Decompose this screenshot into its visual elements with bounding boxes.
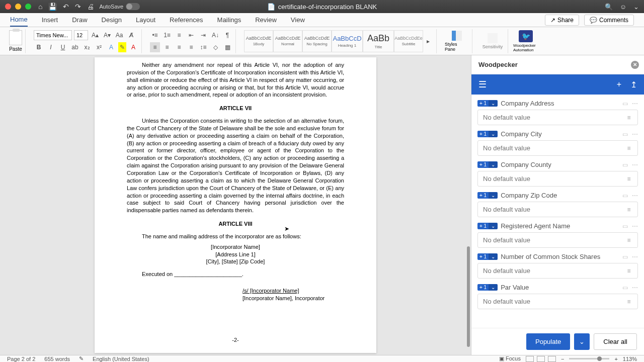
sensitivity-button[interactable]: Sensitivity bbox=[480, 33, 505, 49]
print-icon[interactable]: 🖨 bbox=[87, 3, 94, 11]
word-count[interactable]: 655 words bbox=[44, 356, 70, 362]
share-button[interactable]: ↗ Share bbox=[545, 15, 579, 26]
superscript-button[interactable]: x² bbox=[94, 42, 104, 52]
bold-button[interactable]: B bbox=[34, 42, 44, 52]
field-link-icon[interactable]: ▭ bbox=[622, 131, 628, 138]
align-center-icon[interactable]: ≡ bbox=[162, 42, 172, 52]
view-print-icon[interactable] bbox=[526, 356, 534, 362]
subscript-button[interactable]: x₂ bbox=[82, 42, 92, 52]
field-input[interactable] bbox=[477, 263, 638, 279]
increase-font-icon[interactable]: A▴ bbox=[90, 30, 100, 40]
field-list-icon[interactable]: ≡ bbox=[624, 144, 634, 152]
chevron-down-icon[interactable]: ⌄ bbox=[633, 3, 639, 11]
tab-draw[interactable]: Draw bbox=[72, 14, 87, 26]
justify-icon[interactable]: ≡ bbox=[186, 42, 196, 52]
numbering-icon[interactable]: 1≡ bbox=[162, 30, 172, 40]
highlight-icon[interactable]: ✎ bbox=[118, 42, 126, 52]
multilevel-icon[interactable]: ≡ bbox=[174, 30, 184, 40]
line-spacing-icon[interactable]: ↕≡ bbox=[198, 42, 208, 52]
field-list-icon[interactable]: ≡ bbox=[624, 298, 634, 306]
close-sidebar-button[interactable]: ✕ bbox=[631, 61, 639, 69]
field-more-icon[interactable]: ⋯ bbox=[632, 223, 638, 230]
autosave-toggle[interactable] bbox=[126, 3, 140, 10]
styles-pane-button[interactable]: Styles Pane bbox=[445, 31, 469, 52]
populate-button[interactable]: Populate bbox=[526, 333, 570, 350]
add-field-icon[interactable]: + bbox=[617, 80, 621, 89]
field-link-icon[interactable]: ▭ bbox=[622, 100, 628, 107]
field-link-icon[interactable]: ▭ bbox=[622, 223, 628, 230]
field-more-icon[interactable]: ⋯ bbox=[632, 253, 638, 260]
zoom-level[interactable]: 113% bbox=[623, 356, 637, 362]
style-title[interactable]: AaBbTitle bbox=[363, 30, 394, 52]
field-input[interactable] bbox=[477, 232, 638, 248]
field-input[interactable] bbox=[477, 171, 638, 187]
save-icon[interactable]: 💾 bbox=[48, 3, 57, 11]
zoom-out-icon[interactable]: − bbox=[561, 356, 564, 362]
field-list-icon[interactable]: ≡ bbox=[624, 236, 634, 244]
maximize-window[interactable] bbox=[25, 4, 31, 10]
align-right-icon[interactable]: ≡ bbox=[174, 42, 184, 52]
style-subtitle[interactable]: AaBbCcDdEeSubtitle bbox=[394, 30, 423, 52]
zoom-slider[interactable] bbox=[569, 358, 609, 359]
tab-insert[interactable]: Insert bbox=[42, 14, 58, 26]
view-outline-icon[interactable] bbox=[548, 356, 556, 362]
view-web-icon[interactable] bbox=[537, 356, 545, 362]
align-left-icon[interactable]: ≡ bbox=[150, 42, 160, 52]
field-badge[interactable]: + 1⌄ bbox=[477, 161, 498, 168]
field-more-icon[interactable]: ⋯ bbox=[632, 131, 638, 138]
focus-mode[interactable]: ▣ Focus bbox=[499, 355, 521, 362]
field-list-icon[interactable]: ≡ bbox=[624, 206, 634, 214]
field-more-icon[interactable]: ⋯ bbox=[632, 192, 638, 199]
tab-review[interactable]: Review bbox=[255, 14, 277, 26]
undo-icon[interactable]: ↶ bbox=[63, 3, 69, 11]
field-badge[interactable]: + 1⌄ bbox=[477, 223, 498, 229]
minimize-window[interactable] bbox=[15, 4, 21, 10]
tab-design[interactable]: Design bbox=[102, 14, 122, 26]
change-case-icon[interactable]: Aa bbox=[114, 30, 124, 40]
font-size-select[interactable] bbox=[74, 30, 88, 40]
zoom-in-icon[interactable]: + bbox=[614, 356, 617, 362]
field-list-icon[interactable]: ≡ bbox=[624, 114, 634, 122]
tab-view[interactable]: View bbox=[291, 14, 305, 26]
tab-layout[interactable]: Layout bbox=[136, 14, 155, 26]
field-list-icon[interactable]: ≡ bbox=[624, 175, 634, 183]
field-link-icon[interactable]: ▭ bbox=[622, 284, 628, 291]
page-status[interactable]: Page 2 of 2 bbox=[7, 356, 35, 362]
borders-icon[interactable]: ▦ bbox=[222, 42, 232, 52]
search-icon[interactable]: 🔍 bbox=[605, 3, 613, 11]
field-badge[interactable]: + 1⌄ bbox=[477, 192, 498, 199]
decrease-font-icon[interactable]: A▾ bbox=[102, 30, 112, 40]
comments-button[interactable]: 💬 Comments bbox=[584, 15, 634, 26]
paste-button[interactable]: Paste bbox=[9, 30, 22, 52]
clear-format-icon[interactable]: A̸ bbox=[126, 30, 136, 40]
shading-icon[interactable]: ◇ bbox=[210, 42, 220, 52]
field-more-icon[interactable]: ⋯ bbox=[632, 161, 638, 168]
field-badge[interactable]: + 1⌄ bbox=[477, 253, 498, 260]
italic-button[interactable]: I bbox=[46, 42, 56, 52]
redo-icon[interactable]: ↷ bbox=[75, 3, 81, 11]
woodpecker-addin-button[interactable]: 🐦 Woodpecker Automation bbox=[513, 30, 538, 52]
sort-icon[interactable]: A↓ bbox=[210, 30, 220, 40]
tab-references[interactable]: References bbox=[170, 14, 203, 26]
clear-all-button[interactable]: Clear all bbox=[594, 333, 637, 350]
document-page[interactable]: Neither any amendment nor repeal of this… bbox=[95, 57, 376, 353]
spellcheck-icon[interactable]: ✎ bbox=[79, 355, 84, 362]
style-normal[interactable]: AaBbCcDdENormal bbox=[273, 30, 302, 52]
font-name-select[interactable] bbox=[34, 30, 72, 40]
field-list-icon[interactable]: ≡ bbox=[624, 267, 634, 275]
field-link-icon[interactable]: ▭ bbox=[622, 192, 628, 199]
field-input[interactable] bbox=[477, 294, 638, 309]
field-badge[interactable]: + 1⌄ bbox=[477, 131, 498, 137]
tab-mailings[interactable]: Mailings bbox=[217, 14, 242, 26]
field-more-icon[interactable]: ⋯ bbox=[632, 284, 638, 291]
account-icon[interactable]: ☺ bbox=[620, 3, 626, 11]
field-input[interactable] bbox=[477, 110, 638, 125]
styles-more-icon[interactable]: ▸ bbox=[423, 36, 433, 46]
field-more-icon[interactable]: ⋯ bbox=[632, 100, 638, 107]
style-heading1[interactable]: AaBbCcDHeading 1 bbox=[332, 30, 363, 52]
decrease-indent-icon[interactable]: ⇤ bbox=[186, 30, 196, 40]
strike-button[interactable]: ab bbox=[70, 42, 80, 52]
text-effects-icon[interactable]: A bbox=[106, 42, 116, 52]
field-input[interactable] bbox=[477, 140, 638, 156]
increase-indent-icon[interactable]: ⇥ bbox=[198, 30, 208, 40]
